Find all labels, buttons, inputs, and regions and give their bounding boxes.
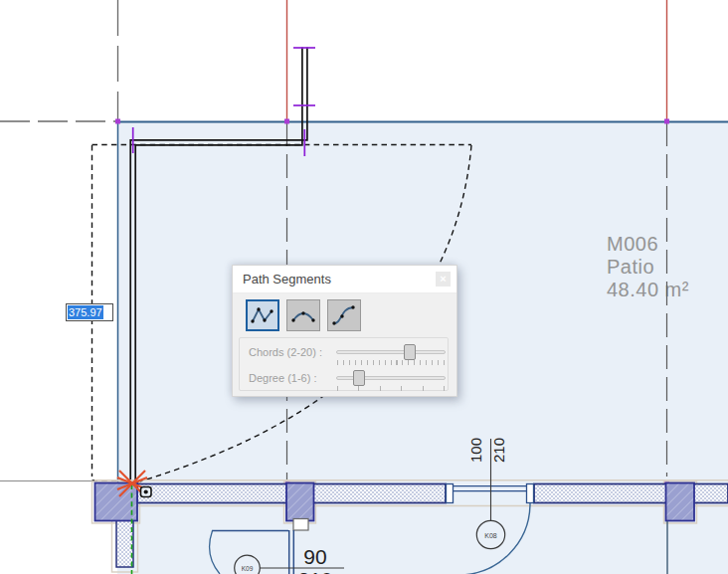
door-height-label: 210 [490,438,507,463]
dialog-titlebar[interactable]: Path Segments × [233,266,456,293]
door-tag: K09 [242,565,254,572]
door-tag: K08 [484,532,497,539]
door-width-label: 90 [303,545,326,568]
degree-slider[interactable] [336,369,446,391]
chords-label: Chords (2-20) : [249,346,322,358]
door-width-label: 100 [467,438,484,463]
close-icon[interactable]: × [436,272,451,287]
degree-slider-ticks [337,386,445,391]
spline-segment-button[interactable] [327,299,361,331]
degree-slider-thumb[interactable] [353,370,365,386]
spline-icon [331,304,357,326]
dimension-value: 375.97 [68,305,103,319]
chords-slider-track[interactable] [336,350,446,354]
dialog-title: Path Segments [243,272,331,287]
polyline-segment-button[interactable] [246,299,279,331]
degree-label: Degree (1-6) : [249,372,316,384]
grid-lines [0,0,667,481]
door-height-label-clipped: 210 [297,568,332,574]
chords-slider-thumb[interactable] [404,344,416,360]
application-canvas: M006 Patio 48.40 m² [0,0,728,574]
chords-slider-ticks [337,360,445,365]
polyline-icon [250,304,275,326]
dimension-input[interactable]: 375.97 [66,303,113,321]
slider-groupbox: Chords (2-20) : Degree (1-6) : [239,337,449,391]
path-segments-dialog[interactable]: Path Segments × [232,265,457,397]
chords-slider[interactable] [336,343,446,365]
door-swing-arc [458,503,530,574]
arc-segment-button[interactable] [286,299,320,331]
arc-icon [290,304,316,326]
wall-segments[interactable] [116,484,728,568]
segment-type-buttons [246,299,361,331]
door-k09[interactable]: K09 90 210 [210,519,344,574]
door-swing-arc [210,531,220,574]
cursor-node-icon [141,487,152,497]
